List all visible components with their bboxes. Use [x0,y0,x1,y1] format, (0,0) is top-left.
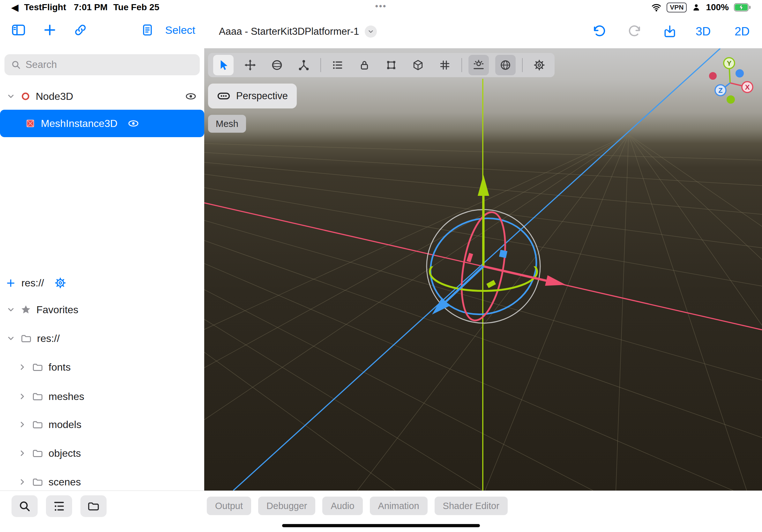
filesystem-settings-icon[interactable] [54,277,66,289]
tab-animation[interactable]: Animation [370,497,427,515]
bottom-scene-tree-button[interactable] [46,495,72,517]
perspective-menu-button[interactable]: Perspective [208,84,297,108]
folder-label: objects [48,447,81,459]
sidebar-toolbar: Select [0,18,204,42]
3d-scene-canvas[interactable]: Y X Z [204,48,762,491]
environment-preview-toggle[interactable] [495,55,516,75]
folder-label: scenes [48,476,81,488]
bottom-search-button[interactable] [12,495,38,517]
star-icon [21,304,31,315]
nav-axis-negz-dot[interactable] [735,69,744,78]
undo-button[interactable] [592,15,606,48]
sun-preview-toggle[interactable] [468,55,489,75]
rotate-tool-button[interactable] [267,55,287,75]
move-tool-button[interactable] [240,55,261,75]
filesystem-header-row: + res:// [0,272,204,294]
viewport-toolbar [208,53,555,77]
scene-tree-row-node3d[interactable]: Node3D [0,86,204,107]
main-toolbar: Aaaa - StarterKit3DPlatformer-1 3D 2D [204,15,762,48]
res-root-row[interactable]: res:// [0,328,204,349]
tab-debugger[interactable]: Debugger [258,497,315,515]
link-button[interactable] [73,23,87,37]
nav-axis-negx-dot[interactable] [709,72,717,80]
person-icon [692,3,701,12]
bottom-bar: Output Debugger Audio Animation Shader E… [0,491,762,532]
multitask-indicator[interactable]: ••• [375,1,387,11]
tab-audio[interactable]: Audio [322,497,362,515]
visibility-eye-icon[interactable] [128,118,139,129]
node3d-icon [21,91,31,101]
tab-shader-editor[interactable]: Shader Editor [435,497,508,515]
wifi-icon [651,2,661,13]
import-button[interactable] [663,15,677,48]
group-button[interactable] [381,55,402,75]
chevron-right-icon[interactable] [18,420,27,429]
chevron-right-icon[interactable] [18,449,27,458]
chevron-right-icon[interactable] [18,478,27,486]
visibility-eye-icon[interactable] [185,91,196,102]
search-icon [11,60,21,70]
toolbar-separator [320,58,321,72]
folder-label: models [48,419,81,431]
search-field[interactable] [4,54,200,75]
scale-tool-button[interactable] [294,55,314,75]
folder-row-scenes[interactable]: scenes [0,471,204,491]
home-indicator[interactable] [282,524,480,527]
vpn-badge: VPN [667,3,687,13]
redo-button[interactable] [628,15,642,48]
snap-grid-button[interactable] [435,55,455,75]
select-tool-button[interactable] [213,55,234,75]
folder-row-fonts[interactable]: fonts [0,357,204,378]
chevron-down-icon [365,26,377,37]
folder-row-objects[interactable]: objects [0,443,204,464]
nav-axis-negy-dot[interactable] [726,96,735,104]
folder-label: meshes [48,391,84,403]
status-bar: ◀ TestFlight 7:01 PM Tue Feb 25 ••• VPN … [0,0,762,15]
favorites-label: Favorites [37,304,79,316]
folder-row-models[interactable]: models [0,414,204,435]
folder-icon [21,333,32,344]
back-to-app-label[interactable]: TestFlight [24,2,66,13]
chevron-down-icon[interactable] [6,92,15,101]
status-time: 7:01 PM [74,2,108,13]
bottom-filesystem-button[interactable] [80,495,107,517]
gizmo-plane-handle-z[interactable] [499,250,507,258]
toggle-sidebar-button[interactable] [11,22,26,37]
node-label: Node3D [36,91,73,102]
tab-output[interactable]: Output [207,497,251,515]
perspective-label: Perspective [236,90,288,102]
lock-button[interactable] [354,55,375,75]
selection-list-button[interactable] [327,55,348,75]
search-input[interactable] [26,59,193,71]
chevron-down-icon[interactable] [6,305,15,314]
back-to-app-icon[interactable]: ◀ [12,2,19,13]
chevron-down-icon[interactable] [6,334,15,343]
project-title: Aaaa - StarterKit3DPlatformer-1 [219,26,359,37]
chevron-right-icon[interactable] [18,392,27,401]
toolbar-separator [522,58,523,72]
folder-row-meshes[interactable]: meshes [0,386,204,407]
folder-icon [32,447,43,459]
viewport-settings-button[interactable] [529,55,550,75]
scroll-script-button[interactable] [140,23,154,37]
mesh-badge-button[interactable]: Mesh [208,115,246,133]
camera-pill-icon [217,89,230,103]
mode-2d-button[interactable]: 2D [734,15,750,48]
viewport-3d[interactable]: Y X Z [204,48,762,491]
status-date: Tue Feb 25 [113,2,159,13]
mesh-cube-button[interactable] [408,55,428,75]
favorites-row[interactable]: Favorites [0,299,204,320]
folder-icon [32,362,43,373]
folder-icon [32,391,43,402]
filesystem-root-label: res:// [21,277,44,289]
mode-3d-button[interactable]: 3D [696,15,711,48]
select-button[interactable]: Select [165,24,195,36]
scene-tree-row-meshinstance3d[interactable]: MeshInstance3D [0,110,204,137]
add-node-button[interactable] [43,23,57,37]
mesh-label: Mesh [216,119,238,129]
sidebar: Select Node3D MeshInstance3D + res:// [0,15,204,491]
chevron-right-icon[interactable] [18,363,27,371]
folder-icon [32,419,43,430]
project-title-dropdown[interactable]: Aaaa - StarterKit3DPlatformer-1 [219,15,377,48]
add-resource-button[interactable]: + [6,276,15,290]
